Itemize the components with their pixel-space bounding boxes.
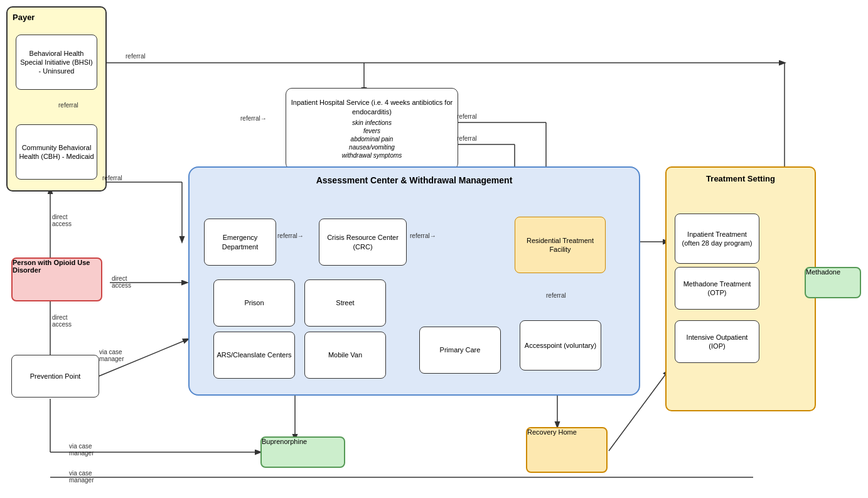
- label-direct-access-3: directaccess: [52, 314, 72, 328]
- person-box: Person with Opioid Use Disorder: [11, 257, 102, 301]
- label-referral-bhsi-cbh: referral: [58, 102, 78, 109]
- mobile-van-label: Mobile Van: [328, 350, 362, 359]
- ars-label: ARS/Cleanslate Centers: [217, 350, 291, 359]
- label-referral-inpatient-residential: referral: [457, 113, 477, 120]
- assessment-label: Assessment Center & Withdrawal Managemen…: [316, 175, 513, 185]
- buprenorphine-label: Buprenorphine: [262, 438, 307, 445]
- inpatient-hospital-box: Inpatient Hospital Service (i.e. 4 weeks…: [286, 88, 458, 170]
- label-top-referral: referral: [126, 53, 146, 60]
- label-referral-crc-res: referral→: [410, 232, 436, 239]
- primary-care-box: Primary Care: [419, 327, 501, 374]
- buprenorphine-box: Buprenorphine: [260, 436, 345, 468]
- payer-label: Payer: [13, 13, 35, 22]
- label-referral-to-inpatient: referral→: [240, 115, 267, 122]
- prevention-point-label: Prevention Point: [30, 372, 81, 381]
- label-direct-access-2: directaccess: [112, 275, 131, 289]
- methadone-treatment-box: Methadone Treatment (OTP): [675, 267, 759, 310]
- residential-label: Residential Treatment Facility: [518, 236, 603, 254]
- bhsi-box: Behavioral Health Special Initiative (BH…: [16, 35, 97, 90]
- label-referral-ed-crc: referral→: [277, 232, 304, 239]
- primary-care-label: Primary Care: [440, 345, 481, 354]
- street-label: Street: [336, 298, 354, 307]
- inpatient-treatment-label: Inpatient Treatment (often 28 day progra…: [678, 230, 756, 248]
- mobile-van-box: Mobile Van: [304, 332, 386, 379]
- label-direct-access-1: directaccess: [52, 214, 72, 227]
- prevention-point-box: Prevention Point: [11, 355, 99, 398]
- person-label: Person with Opioid Use Disorder: [13, 259, 90, 274]
- bhsi-label: Behavioral Health Special Initiative (BH…: [19, 49, 94, 76]
- inpatient-hospital-label: Inpatient Hospital Service (i.e. 4 weeks…: [289, 98, 455, 116]
- recovery-home-label: Recovery Home: [527, 428, 577, 436]
- street-box: Street: [304, 279, 386, 327]
- label-via-case-buprenorphine: via casemanager: [69, 443, 94, 457]
- cbh-label: Community Behavioral Health (CBH) - Medi…: [19, 143, 94, 161]
- emergency-dept-box: Emergency Department: [204, 219, 276, 266]
- inpatient-hospital-sub: skin infectionsfeversabdominal painnause…: [289, 119, 455, 160]
- residential-box: Residential Treatment Facility: [515, 217, 606, 273]
- methadone-box: Methadone: [805, 267, 861, 298]
- accesspoint-label: Accesspoint (voluntary): [525, 341, 596, 350]
- label-referral-access-res: referral: [546, 292, 566, 299]
- treatment-label: Treatment Setting: [706, 174, 775, 183]
- label-referral-inpatient-residential2: referral: [457, 135, 477, 142]
- iop-label: Intensive Outpatient (IOP): [678, 333, 756, 351]
- methadone-treatment-label: Methadone Treatment (OTP): [678, 279, 756, 298]
- label-via-case-bottom: via casemanager: [69, 470, 94, 484]
- label-via-case-1: via casemanager: [99, 349, 124, 362]
- crisis-resource-box: Crisis Resource Center (CRC): [319, 219, 407, 266]
- prison-box: Prison: [213, 279, 295, 327]
- label-referral-cbh-ed: referral: [102, 175, 122, 181]
- prison-label: Prison: [244, 298, 264, 307]
- ars-box: ARS/Cleanslate Centers: [213, 332, 295, 379]
- inpatient-treatment-box: Inpatient Treatment (often 28 day progra…: [675, 214, 759, 264]
- cbh-box: Community Behavioral Health (CBH) - Medi…: [16, 124, 97, 180]
- recovery-home-box: Recovery Home: [526, 427, 608, 473]
- diagram-container: Payer Behavioral Health Special Initiati…: [0, 0, 868, 498]
- emergency-dept-label: Emergency Department: [207, 233, 273, 251]
- crisis-resource-label: Crisis Resource Center (CRC): [322, 233, 404, 251]
- accesspoint-box: Accesspoint (voluntary): [520, 320, 601, 371]
- methadone-label: Methadone: [806, 268, 840, 276]
- iop-box: Intensive Outpatient (IOP): [675, 320, 759, 363]
